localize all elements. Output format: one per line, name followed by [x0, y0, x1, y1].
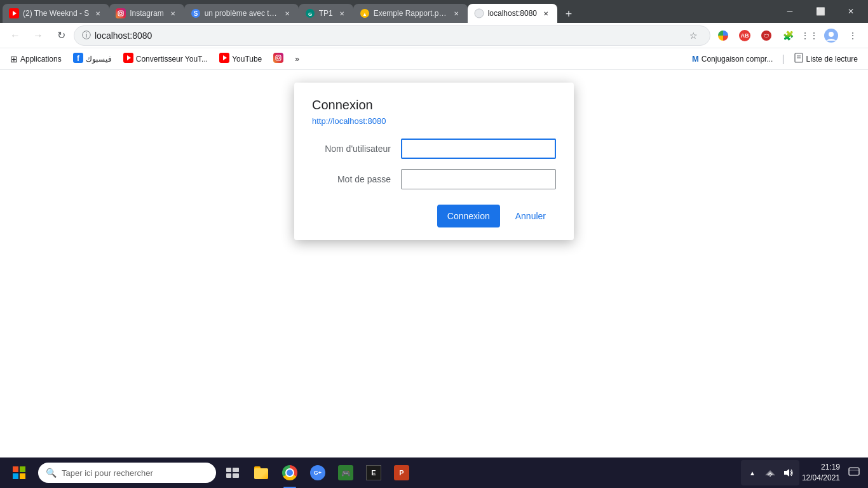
windows-logo-icon [13, 466, 25, 479]
abp-extension-button[interactable]: AB [735, 25, 755, 46]
show-hidden-icons-button[interactable]: ▲ [743, 464, 761, 482]
gg-icon: G+ [310, 465, 325, 480]
taskbar-gg-app[interactable]: G+ [305, 460, 330, 485]
tab-rapport-close-icon[interactable]: ✕ [451, 8, 461, 18]
bookmark-applications[interactable]: ⊞ Applications [5, 51, 67, 67]
network-icon[interactable] [761, 464, 779, 482]
minimize-button[interactable]: ─ [775, 0, 804, 23]
system-clock[interactable]: 21:19 12/04/2021 [802, 462, 840, 484]
refresh-button[interactable]: ↻ [51, 25, 71, 46]
username-label: Nom d'utilisateur [312, 144, 401, 154]
bookmark-conjugaison-label: Conjugaison compr... [702, 55, 773, 64]
bookmark-convertisseur-label: Convertisseur YouT... [136, 55, 208, 64]
tab-rapport[interactable]: ▲ Exemple Rapport.pdf - ✕ [353, 4, 468, 23]
taskbar-game-app[interactable]: 🎮 [333, 460, 358, 485]
profile-button[interactable] [821, 25, 841, 46]
browser-window: (2) The Weeknd - S ✕ Instagram ✕ S un pr… [0, 0, 868, 488]
taskbar-file-explorer[interactable] [249, 460, 275, 485]
notification-button[interactable] [845, 464, 863, 482]
tp1-favicon-icon: G [305, 8, 315, 18]
notification-icon [848, 467, 860, 478]
tab-instagram-close-icon[interactable]: ✕ [168, 8, 178, 18]
tab-youtube-close-icon[interactable]: ✕ [93, 8, 103, 18]
bookmark-youtube-icon [219, 53, 229, 65]
bookmark-instagram[interactable] [268, 51, 288, 67]
connexion-button[interactable]: Connexion [437, 205, 500, 227]
annuler-button[interactable]: Annuler [505, 205, 556, 227]
bookmark-facebook-label: فيسبوك [86, 55, 112, 64]
bookmark-instagram-icon [273, 53, 283, 65]
tab-localhost[interactable]: localhost:8080 ✕ [468, 4, 557, 23]
rapport-favicon-icon: ▲ [360, 8, 370, 18]
epic-games-icon: E [366, 465, 381, 480]
taskbar-powerpoint[interactable]: P [389, 460, 414, 485]
title-bar: (2) The Weeknd - S ✕ Instagram ✕ S un pr… [0, 0, 868, 23]
close-button[interactable]: ✕ [836, 0, 865, 23]
file-explorer-icon [254, 466, 269, 479]
reading-list-icon [794, 53, 804, 65]
svg-text:🎮: 🎮 [341, 468, 351, 478]
dialog-url: http://localhost:8080 [312, 116, 556, 126]
back-button[interactable]: ← [5, 25, 25, 46]
profile-icon [824, 28, 839, 43]
tab-youtube[interactable]: (2) The Weeknd - S ✕ [3, 4, 109, 23]
tab-instagram[interactable]: Instagram ✕ [109, 4, 184, 23]
bookmark-convertisseur[interactable]: Convertisseur YouT... [118, 51, 213, 67]
window-controls: ─ ⬜ ✕ [775, 0, 865, 23]
localhost-favicon-icon [474, 8, 484, 18]
taskbar: 🔍 Taper ici pour rechercher G+ [0, 458, 868, 488]
game-icon: 🎮 [338, 465, 353, 480]
volume-icon[interactable] [779, 464, 797, 482]
g-circle-icon [718, 30, 728, 41]
bookmark-applications-label: Applications [20, 55, 62, 64]
convertisseur-youtube-icon [123, 53, 133, 65]
svg-text:G: G [308, 11, 312, 17]
more-menu-button[interactable]: ⋮ [843, 25, 863, 46]
grid-icon: ⊞ [10, 54, 18, 64]
new-tab-button[interactable]: + [560, 5, 578, 23]
tab-bar: (2) The Weeknd - S ✕ Instagram ✕ S un pr… [3, 0, 770, 23]
probleme-favicon-icon: S [191, 8, 201, 18]
tab-youtube-title: (2) The Weeknd - S [23, 9, 89, 18]
password-field-row: Mot de passe [312, 169, 556, 189]
network-status-icon [765, 468, 775, 478]
login-dialog: Connexion http://localhost:8080 Nom d'ut… [294, 83, 574, 240]
shield-extension-button[interactable]: 🛡 [756, 25, 776, 46]
dialog-title: Connexion [312, 98, 556, 112]
taskbar-search-bar[interactable]: 🔍 Taper ici pour rechercher [38, 463, 216, 483]
reading-list-label: Liste de lecture [806, 55, 858, 64]
tab-probleme-close-icon[interactable]: ✕ [282, 8, 292, 18]
bookmark-facebook[interactable]: f فيسبوك [68, 51, 117, 67]
instagram-favicon-icon [116, 8, 126, 18]
task-view-icon [226, 468, 239, 478]
chrome-icon [282, 465, 297, 480]
facebook-icon: f [73, 53, 83, 65]
address-bar[interactable]: ⓘ localhost:8080 ☆ [74, 25, 710, 46]
start-button[interactable] [5, 459, 33, 487]
tab-tp1-title: TP1 [319, 9, 333, 18]
tab-tp1-close-icon[interactable]: ✕ [337, 8, 347, 18]
volume-status-icon [783, 468, 793, 478]
nav-bar: ← → ↻ ⓘ localhost:8080 ☆ AB 🛡 🧩 ⋮⋮ [0, 23, 868, 48]
reading-list-button[interactable]: Liste de lecture [789, 51, 863, 67]
tab-probleme[interactable]: S un problème avec tom( ✕ [184, 4, 299, 23]
password-label: Mot de passe [312, 174, 401, 184]
username-input[interactable] [401, 139, 556, 159]
customize-button[interactable]: ⋮⋮ [799, 25, 820, 46]
forward-button[interactable]: → [28, 25, 48, 46]
tab-tp1[interactable]: G TP1 ✕ [299, 4, 353, 23]
taskbar-epic-games[interactable]: E [361, 460, 386, 485]
maximize-button[interactable]: ⬜ [806, 0, 835, 23]
google-account-icon[interactable] [713, 25, 733, 46]
bookmark-youtube[interactable]: YouTube [214, 51, 267, 67]
task-view-button[interactable] [221, 461, 244, 484]
taskbar-chrome[interactable] [277, 460, 302, 485]
address-text: localhost:8080 [95, 30, 681, 41]
tab-localhost-close-icon[interactable]: ✕ [541, 8, 551, 18]
bookmark-star-icon[interactable]: ☆ [684, 27, 702, 44]
bookmark-more-button[interactable]: » [290, 51, 304, 67]
clock-date: 12/04/2021 [802, 473, 840, 484]
extensions-button[interactable]: 🧩 [778, 25, 798, 46]
password-input[interactable] [401, 169, 556, 189]
bookmark-conjugaison[interactable]: M Conjugaison compr... [687, 51, 778, 67]
